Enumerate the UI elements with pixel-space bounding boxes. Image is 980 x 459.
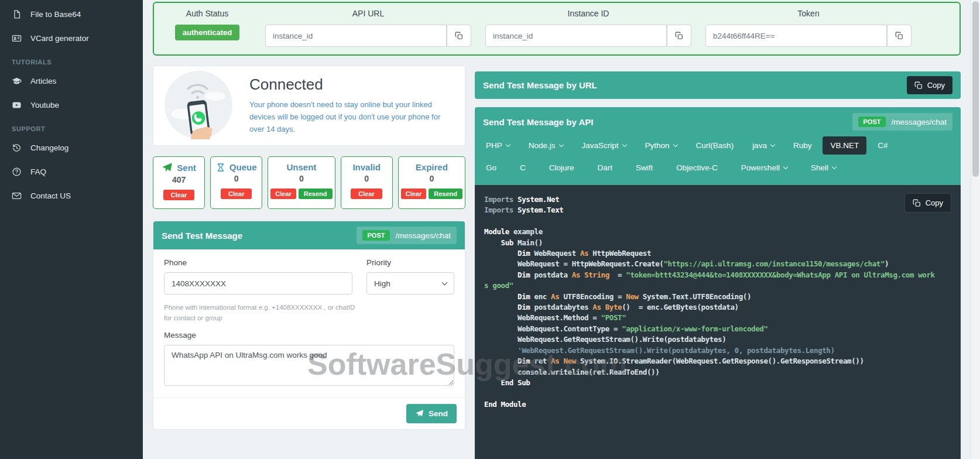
- code-line: WebRequest = HttpWebRequest.Create("http…: [484, 259, 951, 269]
- lang-tab-label: Objective-C: [676, 163, 718, 172]
- sidebar-item-label: Contact US: [30, 191, 71, 200]
- message-textarea[interactable]: WhatsApp API on UltraMsg.com works good: [164, 345, 454, 386]
- paper-plane-icon: [415, 409, 424, 418]
- stat-value: 407: [172, 175, 186, 184]
- stat-label: Sent: [177, 163, 196, 173]
- instance-id-input[interactable]: [485, 25, 667, 47]
- code-line: WebRequest.ContentType = "application/x-…: [484, 324, 951, 334]
- clear-expired-button[interactable]: Clear: [401, 189, 427, 199]
- sidebar-item-faq[interactable]: FAQ: [0, 160, 143, 184]
- lang-tab-label: Python: [645, 141, 670, 150]
- priority-select[interactable]: High: [366, 272, 454, 294]
- stat-card-invalid: Invalid 0 Clear: [341, 156, 393, 209]
- code-line: End Module: [484, 399, 951, 410]
- lang-tab-go[interactable]: Go: [478, 159, 504, 177]
- lang-tab-node-js[interactable]: Node.js: [521, 136, 571, 155]
- api-url-copy-button[interactable]: [447, 25, 471, 47]
- lang-tab-shell[interactable]: Shell: [803, 159, 844, 177]
- clear-invalid-button[interactable]: Clear: [351, 189, 382, 199]
- lang-tab-java[interactable]: java: [745, 136, 782, 155]
- articles-icon: [12, 76, 22, 86]
- lang-tab-dart[interactable]: Dart: [590, 159, 621, 177]
- code-copy-button[interactable]: Copy: [904, 193, 951, 213]
- faq-icon: [12, 167, 22, 177]
- lang-tab-label: Swift: [636, 163, 653, 172]
- connected-description: Your phone doesn't need to stay online b…: [249, 99, 454, 135]
- sidebar-item-vcard-generator[interactable]: VCard generator: [0, 26, 143, 50]
- stat-card-queue: Queue 0 Clear: [210, 156, 262, 209]
- lang-tab-ruby[interactable]: Ruby: [786, 136, 820, 155]
- lang-tab-label: C#: [878, 141, 888, 150]
- code-line: Imports System.Text: [484, 205, 951, 215]
- chevron-down-icon: [832, 165, 837, 169]
- lang-tab-label: JavaScript: [582, 141, 619, 150]
- token-copy-button[interactable]: [887, 25, 912, 47]
- sidebar-item-youtube[interactable]: Youtube: [0, 93, 143, 117]
- code-line: [484, 388, 951, 399]
- chevron-down-icon: [558, 142, 563, 147]
- send-button[interactable]: Send: [406, 404, 457, 423]
- copy-icon: [895, 32, 903, 40]
- send-test-message-card: Send Test Message POST /messages/chat Ph…: [153, 221, 465, 430]
- lang-tab-objective-c[interactable]: Objective-C: [669, 159, 725, 177]
- sidebar-item-articles[interactable]: Articles: [0, 69, 143, 93]
- sidebar-item-label: VCard generator: [30, 34, 89, 43]
- instance-id-copy-button[interactable]: [667, 25, 691, 47]
- code-line: Dim postdatabytes As Byte() = enc.GetByt…: [484, 302, 951, 313]
- resend-expired-button[interactable]: Resend: [429, 189, 462, 199]
- lang-tab-label: Clojure: [549, 163, 574, 172]
- envelope-icon: [12, 191, 22, 201]
- auth-status-header: Auth Status: [163, 9, 251, 18]
- clear-unsent-button[interactable]: Clear: [270, 189, 296, 199]
- lang-tab-label: Ruby: [793, 141, 812, 150]
- lang-tab-powershell[interactable]: Powershell: [734, 159, 795, 177]
- send-form: Phone Priority High Phone with internati…: [153, 249, 465, 398]
- token-input[interactable]: [705, 25, 887, 47]
- scrollbar[interactable]: [971, 0, 980, 459]
- sidebar-item-label: File to Base64: [30, 10, 81, 19]
- endpoint-path: /messages/chat: [395, 231, 451, 240]
- endpoint-badge: POST /messages/chat: [852, 113, 953, 131]
- stat-label: Queue: [229, 162, 257, 172]
- stat-card-sent: Sent 407 Clear: [153, 156, 205, 209]
- code-line: [484, 216, 951, 227]
- lang-tab-clojure[interactable]: Clojure: [542, 159, 582, 177]
- connected-illustration: [164, 70, 233, 142]
- stat-value: 0: [429, 174, 434, 183]
- sidebar-item-file-to-base64[interactable]: File to Base64: [0, 2, 143, 26]
- lang-tab-c[interactable]: C: [512, 159, 533, 177]
- stat-value: 0: [364, 174, 369, 183]
- code-line: s good": [484, 280, 951, 291]
- sidebar-item-contact-us[interactable]: Contact US: [0, 184, 143, 208]
- sidebar-section-tutorials: TUTORIALS: [0, 50, 143, 69]
- scrollbar-thumb[interactable]: [972, 1, 979, 177]
- message-label: Message: [164, 331, 454, 340]
- lang-tab-vb-net[interactable]: VB.NET: [823, 136, 866, 155]
- chevron-down-icon: [673, 142, 677, 147]
- sidebar-item-changelog[interactable]: Changelog: [0, 136, 143, 160]
- clear-sent-button[interactable]: Clear: [163, 190, 195, 200]
- lang-tab-swift[interactable]: Swift: [628, 159, 660, 177]
- api-url-input[interactable]: [265, 25, 447, 47]
- api-url-header: API URL: [265, 9, 471, 18]
- url-copy-button[interactable]: Copy: [907, 76, 952, 94]
- phone-input[interactable]: [164, 272, 352, 294]
- language-tabs: PHPNode.jsJavaScriptPythonCurl(Bash)java…: [475, 134, 961, 185]
- post-method-badge: POST: [858, 117, 886, 127]
- lang-tab-php[interactable]: PHP: [478, 136, 518, 155]
- lang-tab-c[interactable]: C#: [870, 136, 895, 155]
- main-content: Auth Status authenticated API URL Instan…: [143, 0, 971, 459]
- send-card-header: Send Test Message POST /messages/chat: [153, 221, 465, 249]
- resend-unsent-button[interactable]: Resend: [299, 189, 333, 199]
- lang-tab-python[interactable]: Python: [638, 136, 685, 155]
- priority-selected-value: High: [374, 279, 390, 288]
- lang-tab-label: Curl(Bash): [696, 141, 734, 150]
- send-button-label: Send: [429, 409, 448, 418]
- sidebar-item-label: Changelog: [30, 143, 68, 152]
- lang-tab-curl-bash[interactable]: Curl(Bash): [688, 136, 742, 155]
- lang-tab-javascript[interactable]: JavaScript: [574, 136, 634, 155]
- code-line: Imports System.Net: [484, 194, 951, 205]
- code-area: Copy Imports System.NetImports System.Te…: [475, 185, 961, 459]
- clear-queue-button[interactable]: Clear: [221, 189, 252, 199]
- lang-tab-label: Shell: [811, 163, 828, 172]
